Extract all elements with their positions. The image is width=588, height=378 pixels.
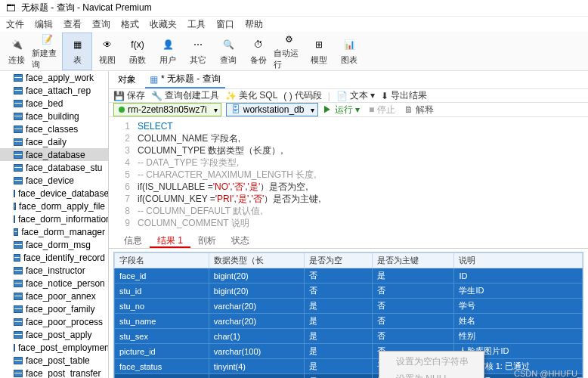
qt-代码段[interactable]: ( )代码段	[283, 89, 321, 102]
watermark: CSDN @HHUFU_	[514, 369, 582, 378]
tool-图表[interactable]: 📊图表	[334, 33, 364, 70]
result-grid[interactable]: 字段名数据类型（长是否为空是否为主键说明face_idbigint(20)否是I…	[113, 252, 583, 378]
qt-查询创建工具[interactable]: 🔧查询创建工具	[151, 89, 219, 102]
tool-连接[interactable]: 🔌连接	[2, 33, 32, 70]
result-table: 字段名数据类型（长是否为空是否为主键说明face_idbigint(20)否是I…	[114, 253, 583, 378]
sidebar-item-face_device[interactable]: face_device	[0, 174, 108, 187]
table-row[interactable]: picture_idvarchar(100)是否人脸库图片ID	[115, 344, 583, 359]
tool-备份[interactable]: ⏱备份	[243, 33, 274, 70]
tab[interactable]: 对象	[113, 72, 141, 88]
sidebar-item-face_notice_person[interactable]: face_notice_person	[0, 277, 108, 290]
tool-查询[interactable]: 🔍查询	[213, 33, 243, 70]
table-icon	[14, 318, 23, 326]
context-menu[interactable]: 设置为空白字符串设置为 NULL删除记录复制复制为粘贴显示	[379, 351, 484, 378]
qt-保存[interactable]: 💾保存	[113, 89, 145, 102]
col-字段名[interactable]: 字段名	[115, 253, 209, 268]
tool-用户[interactable]: 👤用户	[153, 33, 183, 70]
sidebar-item-face_classes[interactable]: face_classes	[0, 122, 108, 135]
col-数据类型（长[interactable]: 数据类型（长	[209, 253, 304, 268]
sidebar: face_apply_workface_attach_repface_bedfa…	[0, 71, 109, 378]
tool-其它[interactable]: ⋯其它	[183, 33, 213, 70]
sidebar-item-face_database[interactable]: face_database	[0, 148, 108, 161]
col-是否为主键[interactable]: 是否为主键	[373, 253, 454, 268]
table-icon	[14, 228, 18, 236]
tool-自动运行[interactable]: ⚙自动运行	[274, 33, 304, 70]
rtab-信息[interactable]: 信息	[116, 232, 150, 248]
menu-窗口[interactable]: 窗口	[216, 18, 234, 31]
sidebar-item-face_post_apply[interactable]: face_post_apply	[0, 328, 108, 341]
table-icon	[14, 331, 23, 339]
sidebar-item-face_poor_process[interactable]: face_poor_process	[0, 315, 108, 328]
sidebar-item-face_attach_rep[interactable]: face_attach_rep	[0, 84, 108, 97]
sidebar-item-face_database_stu[interactable]: face_database_stu	[0, 161, 108, 174]
sidebar-item-face_identify_record[interactable]: face_identify_record	[0, 251, 108, 264]
table-row[interactable]: stu_novarchar(20)是否学号	[115, 299, 583, 314]
sidebar-item-face_dorm_manager[interactable]: face_dorm_manager	[0, 225, 108, 238]
sidebar-item-face_poor_annex[interactable]: face_poor_annex	[0, 290, 108, 302]
tool-函数[interactable]: f(x)函数	[122, 33, 153, 70]
rtab-剖析[interactable]: 剖析	[190, 232, 224, 248]
rtab-状态[interactable]: 状态	[224, 232, 257, 248]
menu-帮助[interactable]: 帮助	[245, 18, 263, 31]
sidebar-item-face_post_employment[interactable]: face_post_employment	[0, 341, 108, 354]
rtab-结果 1[interactable]: 结果 1	[150, 232, 190, 248]
table-icon	[14, 138, 23, 146]
stop-button[interactable]: ■ 停止	[369, 104, 395, 116]
sidebar-item-face_bed[interactable]: face_bed	[0, 97, 108, 110]
col-说明[interactable]: 说明	[454, 253, 583, 268]
table-icon	[14, 164, 23, 172]
menu-文件[interactable]: 文件	[6, 18, 24, 31]
qt-文本 ▾[interactable]: 📄文本 ▾	[336, 89, 375, 102]
table-row[interactable]: face_statustinyint(4)是否0: 待审核 1: 已通过	[115, 359, 583, 374]
title-bar: 🗔 无标题 - 查询 - Navicat Premium	[0, 0, 588, 17]
table-row[interactable]: stu_sexchar(1)是否性别	[115, 329, 583, 344]
sidebar-item-face_instructor[interactable]: face_instructor	[0, 264, 108, 277]
content: 对象▦* 无标题 - 查询 💾保存🔧查询创建工具✨美化 SQL( )代码段|📄文…	[109, 71, 588, 378]
sidebar-item-face_daily[interactable]: face_daily	[0, 135, 108, 148]
sidebar-item-face_apply_work[interactable]: face_apply_work	[0, 71, 108, 84]
sidebar-item-face_dorm_information[interactable]: face_dorm_information	[0, 212, 108, 225]
run-button[interactable]: ▶ 运行 ▾	[323, 104, 360, 116]
result-tabs: 信息结果 1剖析状态	[109, 232, 588, 249]
table-row[interactable]: stu_idbigint(20)否否学生ID	[115, 284, 583, 299]
table-icon	[14, 215, 15, 223]
menu-查询[interactable]: 查询	[92, 18, 110, 31]
tool-新建查询[interactable]: 📝新建查询	[32, 33, 62, 70]
sidebar-item-face_post_table[interactable]: face_post_table	[0, 354, 108, 367]
explain-button[interactable]: 🗎 解释	[404, 104, 434, 116]
table-row[interactable]: face_idbigint(20)否是ID	[115, 268, 583, 284]
sidebar-item-face_post_transfer[interactable]: face_post_transfer	[0, 367, 108, 378]
connection-bar: rm-2zetn83n05wz7i 🗄workstation_db ▶ 运行 ▾…	[109, 103, 588, 117]
table-icon	[14, 293, 23, 300]
table-icon	[14, 113, 23, 120]
db-dropdown[interactable]: 🗄workstation_db	[226, 103, 319, 116]
tab[interactable]: ▦* 无标题 - 查询	[145, 71, 225, 88]
table-row[interactable]: audit_opinionvarchar(255)是否审核意见	[115, 374, 583, 379]
server-dropdown[interactable]: rm-2zetn83n05wz7i	[113, 103, 221, 116]
sidebar-item-face_building[interactable]: face_building	[0, 110, 108, 122]
sql-editor[interactable]: 1SELECT2 COLUMN_NAME 字段名,3 COLUMN_TYPE 数…	[109, 117, 588, 232]
mi-设置为 NULL: 设置为 NULL	[381, 370, 482, 378]
qt-美化 SQL[interactable]: ✨美化 SQL	[225, 89, 277, 102]
qt-导出结果[interactable]: ⬇导出结果	[381, 89, 427, 102]
table-icon	[14, 125, 23, 133]
menu-工具[interactable]: 工具	[187, 18, 206, 31]
table-row[interactable]: stu_namevarchar(20)是否姓名	[115, 314, 583, 329]
sidebar-item-face_device_database[interactable]: face_device_database	[0, 187, 108, 200]
tool-模型[interactable]: ⊞模型	[304, 33, 334, 70]
sidebar-item-face_dorm_apply_file[interactable]: face_dorm_apply_file	[0, 200, 108, 212]
col-是否为空[interactable]: 是否为空	[304, 253, 373, 268]
menu-编辑[interactable]: 编辑	[35, 18, 53, 31]
menu-格式[interactable]: 格式	[121, 18, 139, 31]
table-icon	[14, 357, 23, 364]
sidebar-item-face_poor_family[interactable]: face_poor_family	[0, 302, 108, 315]
table-icon	[14, 241, 23, 249]
tool-视图[interactable]: 👁视图	[92, 33, 122, 70]
sidebar-item-face_dorm_msg[interactable]: face_dorm_msg	[0, 238, 108, 251]
table-icon	[14, 87, 23, 94]
menu-查看[interactable]: 查看	[63, 18, 82, 31]
query-toolbar: 💾保存🔧查询创建工具✨美化 SQL( )代码段|📄文本 ▾⬇导出结果	[109, 89, 588, 103]
tool-表[interactable]: ▦表	[62, 33, 92, 70]
table-icon	[14, 203, 16, 210]
menu-收藏夹[interactable]: 收藏夹	[150, 18, 177, 31]
